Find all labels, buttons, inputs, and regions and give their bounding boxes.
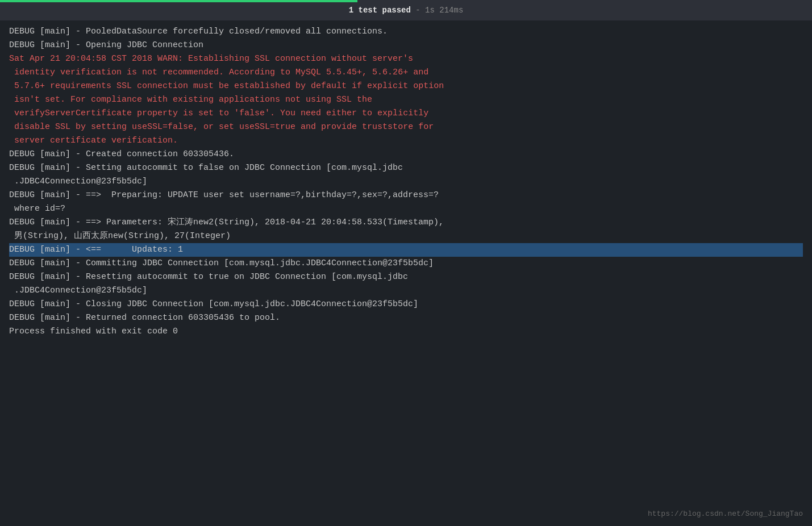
console-line: .JDBC4Connection@23f5b5dc]	[9, 284, 803, 298]
top-bar: 1 test passed - 1s 214ms	[0, 0, 812, 20]
console-output: DEBUG [main] - PooledDataSource forceful…	[0, 20, 812, 343]
progress-bar	[0, 0, 357, 2]
console-line: 男(String), 山西太原new(String), 27(Integer)	[9, 229, 803, 243]
console-line: 5.7.6+ requirements SSL connection must …	[9, 80, 803, 93]
console-line: .JDBC4Connection@23f5b5dc]	[9, 175, 803, 189]
console-line: DEBUG [main] - Committing JDBC Connectio…	[9, 257, 803, 270]
console-line: identity verification is not recommended…	[9, 66, 803, 80]
progress-bar-container	[0, 0, 812, 2]
console-line: isn't set. For compliance with existing …	[9, 93, 803, 107]
console-line: DEBUG [main] - Closing JDBC Connection […	[9, 298, 803, 311]
watermark: https://blog.csdn.net/Song_JiangTao	[648, 510, 803, 518]
console-line: server certificate verification.	[9, 134, 803, 148]
console-line: DEBUG [main] - Created connection 603305…	[9, 148, 803, 161]
console-line: DEBUG [main] - Opening JDBC Connection	[9, 39, 803, 52]
console-line: DEBUG [main] - <== Updates: 1	[9, 243, 803, 257]
test-passed-label: 1 test passed	[349, 6, 411, 15]
test-status: 1 test passed - 1s 214ms	[349, 6, 464, 15]
console-line: verifyServerCertificate property is set …	[9, 107, 803, 120]
console-line: Process finished with exit code 0	[9, 325, 803, 339]
console-line: disable SSL by setting useSSL=false, or …	[9, 120, 803, 134]
console-line: DEBUG [main] - Resetting autocommit to t…	[9, 270, 803, 284]
console-line: DEBUG [main] - ==> Parameters: 宋江涛new2(S…	[9, 216, 803, 229]
console-line: DEBUG [main] - Setting autocommit to fal…	[9, 161, 803, 175]
console-line: DEBUG [main] - Returned connection 60330…	[9, 311, 803, 325]
console-line: where id=?	[9, 202, 803, 216]
console-line: DEBUG [main] - PooledDataSource forceful…	[9, 25, 803, 39]
console-line: Sat Apr 21 20:04:58 CST 2018 WARN: Estab…	[9, 52, 803, 66]
test-time-label: - 1s 214ms	[415, 6, 463, 15]
console-line: DEBUG [main] - ==> Preparing: UPDATE use…	[9, 189, 803, 202]
